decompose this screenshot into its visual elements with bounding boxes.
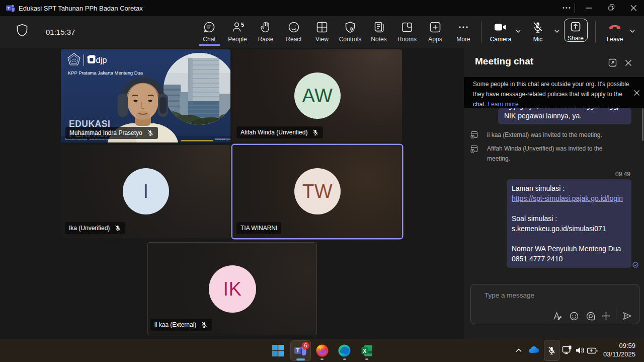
svg-text:djp: djp: [96, 55, 107, 64]
svg-text:X: X: [363, 348, 366, 354]
svg-text:5: 5: [241, 22, 244, 28]
svg-text:T: T: [296, 347, 300, 353]
svg-text:KPP Pratama Jakarta Menteng Du: KPP Pratama Jakarta Menteng Dua: [68, 70, 143, 76]
svg-text:www.pajak.go.id: www.pajak.go.id: [215, 138, 230, 140]
svg-text:T: T: [8, 6, 10, 11]
